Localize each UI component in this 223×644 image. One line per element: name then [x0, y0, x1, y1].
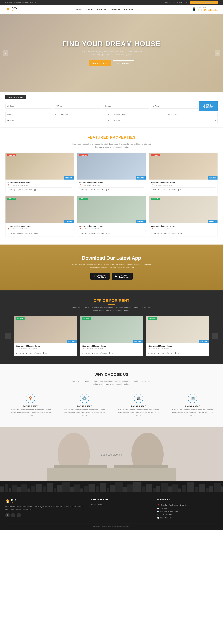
office-card[interactable]: FOR RENT $385.000 Guaranteed Modern Home… [14, 316, 77, 356]
nav-listing[interactable]: LISTING [86, 8, 93, 10]
top-bar-left: Open Hours Monday to Saturday - 8am to 9… [5, 2, 36, 3]
currency-selector[interactable]: Currency: USD [165, 2, 175, 3]
office-property-image: FOR RENT $285.000 [80, 316, 143, 343]
svg-rect-42 [168, 486, 172, 492]
get-quote-button[interactable]: GET A QUOTE [113, 60, 134, 66]
property-title: Guaranteed Modern Home [79, 182, 144, 184]
parking-feature: 🅿 Yes [106, 232, 110, 234]
linkedin-button[interactable]: in [17, 513, 21, 518]
search-row-3: Min Price Max Price [5, 118, 218, 123]
svg-rect-40 [156, 486, 160, 492]
search-bar-title: FIND YOUR PLACE [5, 95, 26, 99]
our-services-button[interactable]: OUR SERVICES [89, 60, 111, 66]
appstore-label: App Store [96, 276, 106, 278]
office-desc: Lorem ipsum dolor sit amet, consectetur … [71, 306, 152, 312]
team-photo-svg: Business Meeting [0, 428, 223, 481]
property-card[interactable]: FOR SALE $299.000 Guaranteed Modern Home… [5, 152, 74, 193]
parking-feature: 🅿 Yes [178, 189, 182, 191]
svg-rect-35 [127, 484, 133, 492]
property-info: Guaranteed Modern Home 14 Tottenham Road… [77, 223, 146, 236]
beds-select[interactable]: Beds [5, 112, 57, 117]
search-button[interactable]: SEARCHPROPERTY [199, 102, 218, 111]
baths-feature: 🚿 3 Baths [97, 232, 104, 234]
get-property-cta[interactable]: GET YOUR PROPERTY FOR FREE [190, 1, 218, 4]
svg-rect-43 [172, 484, 178, 492]
office-tag: FOR RENT [82, 318, 91, 320]
property-card[interactable]: FOR SALE $385.000 Guaranteed Modern Home… [77, 152, 146, 193]
min-price-select[interactable]: Min Price [5, 118, 111, 123]
top-bar: Open Hours Monday to Saturday - 8am to 9… [0, 0, 223, 4]
logo-text: CITY night [12, 7, 17, 12]
max-price-select[interactable]: Max Price [112, 118, 218, 123]
property-image: FOR SALE $299.000 [5, 153, 74, 180]
office-beds: 🛏 3 Beds [26, 352, 32, 354]
footer-about: CITY night Lorem ipsum dolor sit amet co… [5, 498, 86, 520]
nav-contact[interactable]: CONTACT [124, 8, 133, 10]
svg-rect-13 [12, 485, 17, 492]
nav-property[interactable]: PROPERTY [97, 8, 107, 10]
svg-rect-39 [153, 488, 156, 492]
beds-feature: 🛏 3 Beds [17, 232, 23, 234]
property-features: ✗ 3000 Sqft 🛏 3 Beds 🚿 3 Baths 🅿 Yes [79, 188, 144, 191]
svg-text:Business Meeting: Business Meeting [101, 453, 122, 456]
why-card-title: PAYING GUEST [62, 405, 107, 407]
why-section: WHY CHOOSE US Lorem ipsum dolor sit amet… [0, 364, 223, 428]
beds-feature: 🛏 3 Beds [89, 189, 95, 191]
office-prev-button[interactable]: ‹ [5, 334, 11, 339]
property-image: FOR RENT $399.000 [5, 196, 74, 223]
facebook-button[interactable]: f [5, 513, 10, 518]
why-underline [108, 378, 115, 378]
svg-rect-51 [214, 483, 221, 492]
hero-next-button[interactable]: › [215, 50, 220, 56]
footer-tweets-title: LATEST TWEETS [91, 498, 152, 501]
phone-number: 111 222 333 444 [198, 8, 218, 12]
svg-rect-45 [182, 485, 186, 492]
footer-about-text: Lorem ipsum dolor sit amet consectetuer … [5, 505, 86, 511]
hero-title: FIND YOUR DREAM HOUSE [62, 40, 161, 48]
nav-gallery[interactable]: GALLERY [111, 8, 120, 10]
appstore-button[interactable]:  Download on the App Store [90, 273, 110, 280]
language-selector[interactable]: Language: ENG [177, 2, 188, 3]
svg-rect-16 [27, 488, 30, 492]
googleplay-button[interactable]: ▶ GET IT ON Google play [112, 273, 133, 280]
office-next-button[interactable]: › [212, 334, 218, 339]
office-property-image: FOR RENT $285.000 [146, 316, 209, 343]
why-card-title: PAYING GUEST [116, 405, 161, 407]
svg-rect-23 [62, 482, 70, 492]
hero-prev-button[interactable]: ‹ [3, 50, 8, 56]
svg-rect-1 [7, 10, 9, 11]
property-card[interactable]: FOR RENT $385.000 Guaranteed Modern Home… [77, 196, 146, 236]
why-icon: 🏠 [26, 394, 35, 403]
office-sqft: ✗ 2000 Sqft [16, 352, 24, 354]
property-card[interactable]: FOR RENT $399.000 Guaranteed Modern Home… [5, 196, 74, 236]
max-area-input[interactable] [166, 112, 218, 117]
team-section: Business Meeting [0, 428, 223, 481]
twitter-button[interactable]: t [11, 513, 15, 518]
svg-rect-49 [206, 488, 209, 492]
office-card[interactable]: FOR RENT $285.000 Guaranteed Modern Home… [80, 316, 143, 356]
footer-social: f t in [5, 513, 86, 518]
svg-rect-14 [17, 487, 21, 492]
svg-rect-27 [84, 486, 88, 492]
nav-home[interactable]: HOME [76, 8, 82, 10]
types-select[interactable]: All Types [151, 104, 198, 108]
areas-select[interactable]: All Areas [54, 104, 101, 108]
office-property-title: Guaranteed Modern Home [82, 345, 141, 347]
logo: CITY night [5, 6, 17, 12]
sqft-feature: ✗ 3000 Sqft [7, 189, 15, 191]
nav-links: HOME LISTING PROPERTY GALLERY CONTACT [76, 8, 133, 10]
status-select[interactable]: All Status [102, 104, 149, 108]
baths-select[interactable]: Bathrooms [59, 112, 111, 117]
min-area-input[interactable] [112, 112, 164, 117]
googleplay-label: Google play [119, 276, 129, 278]
property-address: 14 Tottenham Road, London [7, 228, 72, 230]
property-card[interactable]: FOR RENT $385.000 Guaranteed Modern Home… [149, 196, 218, 236]
copyright: Copyright © 2015 Company name. All Right… [93, 526, 130, 527]
property-card[interactable]: FOR SALE $385.000 Guaranteed Modern Home… [149, 152, 218, 193]
svg-rect-26 [80, 488, 83, 492]
parking-feature: 🅿 Yes [106, 189, 110, 191]
cities-select[interactable]: All Cities [5, 104, 52, 108]
svg-rect-29 [96, 486, 99, 492]
office-underline [108, 304, 115, 304]
office-card[interactable]: FOR RENT $285.000 Guaranteed Modern Home… [146, 316, 209, 356]
